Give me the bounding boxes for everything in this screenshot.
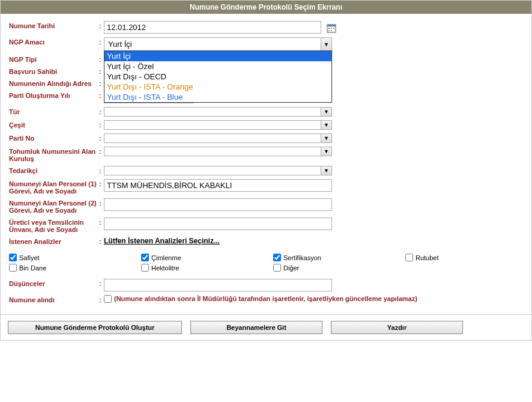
- separator: :: [99, 67, 104, 75]
- parti-no-value: [106, 138, 110, 141]
- personel1-input[interactable]: [104, 179, 332, 192]
- label-tohumluk: Tohumluk Numunesini Alan Kuruluş: [9, 147, 99, 162]
- numune-tarihi-input[interactable]: [104, 21, 321, 34]
- label-personel2: Numuneyi Alan Personel (2) Görevi, Adı v…: [9, 198, 99, 214]
- bindane-label: Bin Dane: [19, 264, 46, 272]
- separator: :: [99, 133, 104, 142]
- separator: :: [99, 279, 104, 287]
- separator: :: [99, 295, 104, 303]
- hektolitre-checkbox[interactable]: [141, 264, 149, 272]
- page-title: Numune Gönderme Protokolü Seçim Ekrranı: [1, 1, 531, 14]
- separator: :: [99, 237, 104, 245]
- rutubet-label: Rutubet: [416, 254, 439, 261]
- label-personel1: Numuneyi Alan Personel (1) Görevi, Adı v…: [9, 179, 99, 195]
- beyan-button[interactable]: Beyannamelere Git: [190, 321, 322, 334]
- tur-value: [106, 112, 110, 114]
- label-parti-yil: Parti Oluşturma Yılı: [9, 91, 99, 99]
- chevron-down-icon[interactable]: ▼: [321, 108, 331, 116]
- separator: :: [99, 107, 104, 115]
- separator: :: [99, 91, 104, 99]
- uretici-input[interactable]: [104, 218, 332, 230]
- hektolitre-label: Hektolitre: [151, 264, 179, 272]
- label-tedarikci: Tedarikçi: [9, 166, 99, 174]
- cesit-value: [106, 125, 110, 127]
- label-dusunceler: Düşünceler: [9, 279, 99, 287]
- separator: :: [99, 21, 104, 29]
- separator: :: [99, 120, 104, 129]
- numune-alindi-checkbox[interactable]: [104, 295, 112, 303]
- chevron-down-icon[interactable]: ▼: [321, 121, 331, 129]
- label-basvuru-sahibi: Başvuru Sahibi: [9, 67, 99, 75]
- create-button[interactable]: Numune Gönderme Protokolü Oluştur: [8, 321, 182, 334]
- tedarikci-value: [106, 171, 110, 173]
- separator: :: [99, 55, 104, 63]
- chevron-down-icon[interactable]: ▼: [321, 166, 331, 175]
- ngp-amaci-value: Yurt İçi: [106, 38, 135, 50]
- svg-rect-5: [328, 30, 330, 31]
- numune-alindi-note: (Numune alındıktan sonra İl Müdürlüğü ta…: [114, 295, 417, 302]
- label-numune-alindi: Numune alındı: [9, 295, 99, 303]
- sertifikasyon-label: Sertifikasyon: [283, 254, 321, 261]
- label-numune-adres: Numunenin Alındığı Adres: [9, 79, 99, 87]
- yazdir-button[interactable]: Yazdır: [331, 321, 463, 334]
- separator: :: [99, 37, 104, 46]
- tur-select[interactable]: ▼: [104, 107, 332, 117]
- svg-rect-6: [331, 30, 332, 31]
- bindane-checkbox[interactable]: [9, 264, 17, 272]
- label-cesit: Çeşit: [9, 120, 99, 129]
- diger-label: Diğer: [283, 264, 299, 272]
- svg-rect-2: [328, 28, 330, 29]
- safiyet-label: Safiyet: [19, 254, 40, 261]
- dropdown-option[interactable]: Yurt İçi: [104, 51, 331, 61]
- separator: :: [99, 179, 104, 187]
- separator: :: [99, 147, 104, 155]
- form-area: Numune Tarihi : NGP Amacı : Yurt İçi ▼ Y…: [1, 14, 531, 314]
- svg-rect-4: [333, 28, 334, 29]
- chevron-down-icon[interactable]: ▼: [321, 147, 331, 156]
- dropdown-option[interactable]: Yurt Dışı - ISTA - Orange: [104, 82, 331, 92]
- sertifikasyon-checkbox[interactable]: [273, 254, 281, 261]
- rutubet-checkbox[interactable]: [405, 254, 413, 261]
- dropdown-option[interactable]: Yurt İçi - Özel: [104, 61, 331, 72]
- ngp-amaci-select[interactable]: Yurt İçi ▼: [104, 37, 332, 51]
- label-ngp-tipi: NGP Tipi: [9, 55, 99, 63]
- svg-rect-3: [331, 28, 332, 29]
- separator: :: [99, 198, 104, 207]
- tohumluk-value: [106, 151, 110, 154]
- dropdown-option[interactable]: Yurt Dışı - OECD: [104, 72, 331, 82]
- dusunceler-input[interactable]: [104, 279, 332, 291]
- footer: Numune Gönderme Protokolü Oluştur Beyann…: [1, 314, 531, 340]
- label-parti-no: Parti No: [9, 133, 99, 142]
- tohumluk-select[interactable]: ▼: [104, 147, 332, 156]
- chevron-down-icon[interactable]: ▼: [321, 38, 331, 50]
- safiyet-checkbox[interactable]: [9, 254, 17, 261]
- separator: :: [99, 79, 104, 87]
- istenen-link[interactable]: Lütfen İstenen Analizleri Seçiniz...: [104, 237, 220, 245]
- separator: :: [99, 166, 104, 174]
- cimlenme-checkbox[interactable]: [141, 254, 149, 261]
- ngp-amaci-dropdown: Yurt İçi Yurt İçi - Özel Yurt Dışı - OEC…: [104, 50, 332, 103]
- personel2-input[interactable]: [104, 198, 332, 211]
- separator: :: [99, 218, 104, 226]
- cesit-select[interactable]: ▼: [104, 120, 332, 130]
- diger-checkbox[interactable]: [273, 264, 281, 272]
- label-istenen: İstenen Analizler: [9, 237, 99, 245]
- label-ngp-amaci: NGP Amacı: [9, 37, 99, 46]
- chevron-down-icon[interactable]: ▼: [321, 134, 331, 142]
- svg-rect-1: [327, 25, 336, 26]
- tedarikci-select[interactable]: ▼: [104, 166, 332, 175]
- label-tur: Tür: [9, 107, 99, 115]
- calendar-icon[interactable]: [327, 23, 336, 33]
- parti-no-select[interactable]: ▼: [104, 133, 332, 143]
- dropdown-option[interactable]: Yurt Dışı - ISTA - Blue: [104, 92, 331, 102]
- cimlenme-label: Çimlenme: [151, 254, 181, 261]
- label-uretici: Üretici veya Temsilcinin Ünvanı, Adı ve …: [9, 218, 99, 233]
- label-numune-tarihi: Numune Tarihi: [9, 21, 99, 29]
